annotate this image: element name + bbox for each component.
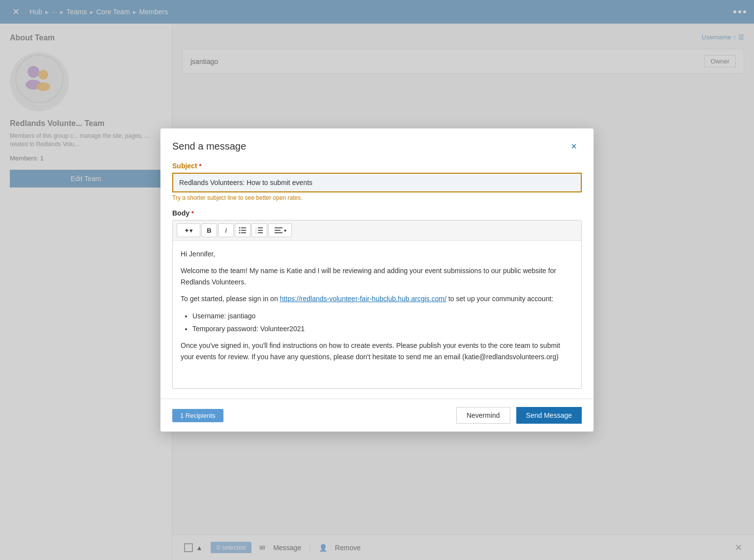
body-paragraph-1: Welcome to the team! My name is Katie an… — [181, 265, 573, 287]
svg-rect-5 — [241, 227, 246, 228]
editor-content-area[interactable]: Hi Jennifer, Welcome to the team! My nam… — [173, 241, 581, 388]
svg-rect-12 — [258, 230, 263, 231]
community-link[interactable]: https://redlands-volunteer-fair-hubclub.… — [280, 295, 447, 303]
italic-button[interactable]: I — [218, 223, 234, 237]
required-star: * — [199, 163, 201, 170]
username-item: Username: jsantiago — [192, 311, 573, 321]
body-label: Body * — [172, 209, 582, 217]
modal-title: Send a message — [172, 141, 246, 152]
send-message-button[interactable]: Send Message — [516, 407, 582, 424]
magic-toolbar-button[interactable]: ✦▾ — [177, 223, 200, 237]
nevermind-button[interactable]: Nevermind — [456, 407, 510, 424]
svg-rect-19 — [275, 232, 283, 233]
subject-label: Subject * — [172, 162, 582, 170]
body-paragraph-3: Once you've signed in, you'll find instr… — [181, 340, 573, 362]
subject-input[interactable] — [172, 173, 582, 192]
password-item: Temporary password: Volunteer2021 — [192, 323, 573, 334]
bold-button[interactable]: B — [201, 223, 217, 237]
svg-text:3: 3 — [255, 232, 257, 234]
body-editor: ✦▾ B I 123 ▾ Hi Jennifer, — [172, 220, 582, 389]
align-button[interactable]: ▾ — [268, 223, 292, 237]
subject-hint: Try a shorter subject line to see better… — [172, 194, 582, 201]
modal-body: Subject * Try a shorter subject line to … — [160, 162, 594, 399]
ordered-list-button[interactable]: 123 — [251, 223, 267, 237]
unordered-list-button[interactable] — [235, 223, 251, 237]
footer-actions: Nevermind Send Message — [456, 407, 582, 424]
modal-footer: 1 Recipients Nevermind Send Message — [160, 399, 594, 432]
body-required-star: * — [191, 210, 194, 217]
modal-backdrop: Send a message × Subject * Try a shorter… — [0, 0, 754, 560]
svg-rect-7 — [241, 232, 246, 233]
modal-header: Send a message × — [160, 128, 594, 162]
svg-point-9 — [239, 230, 241, 231]
modal-close-button[interactable]: × — [566, 138, 582, 154]
svg-rect-11 — [258, 227, 263, 228]
svg-rect-13 — [258, 232, 263, 233]
editor-toolbar: ✦▾ B I 123 ▾ — [173, 220, 581, 241]
svg-rect-18 — [275, 230, 281, 231]
svg-point-8 — [239, 227, 241, 229]
svg-rect-6 — [241, 230, 246, 231]
send-message-modal: Send a message × Subject * Try a shorter… — [160, 128, 594, 432]
recipients-badge[interactable]: 1 Recipients — [172, 409, 223, 422]
credentials-list: Username: jsantiago Temporary password: … — [192, 311, 573, 335]
svg-point-10 — [239, 232, 241, 234]
body-greeting: Hi Jennifer, — [181, 249, 573, 259]
body-paragraph-2: To get started, please sign in on https:… — [181, 293, 573, 304]
svg-rect-17 — [275, 227, 283, 228]
